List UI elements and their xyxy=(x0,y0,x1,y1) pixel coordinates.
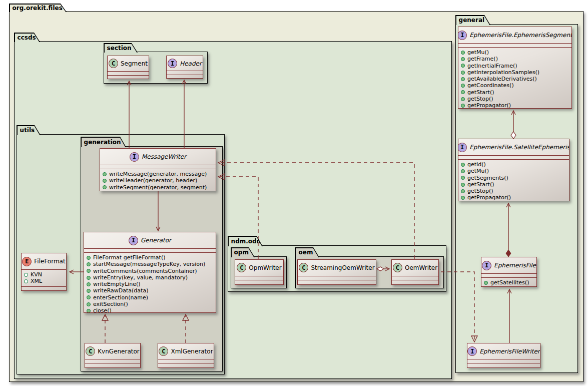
method-visibility-icon xyxy=(461,176,465,180)
method-item: enterSection(name) xyxy=(87,294,213,301)
fields-compartment xyxy=(298,276,376,280)
method-visibility-icon xyxy=(461,57,465,61)
interface-messagewriter: IMessageWriter writeMessage(generator, m… xyxy=(100,148,216,191)
methods-compartment xyxy=(235,280,283,285)
class-icon: C xyxy=(237,263,246,272)
interface-ephemerissegment: IEphemerisFile.EphemerisSegment getMu()g… xyxy=(458,27,572,109)
interface-icon: I xyxy=(482,261,491,270)
method-visibility-icon xyxy=(461,71,465,75)
enum-icon: E xyxy=(22,257,32,266)
interface-ephemerisfile: IEphemerisFile getSatellites() xyxy=(481,257,537,287)
method-visibility-icon xyxy=(461,169,465,173)
package-section-tab: section xyxy=(104,43,138,53)
interface-icon: I xyxy=(458,31,467,40)
method-item: FileFormat getFileFormat() xyxy=(87,254,213,261)
class-oemwriter: COemWriter xyxy=(391,259,439,285)
class-icon: C xyxy=(159,346,168,356)
method-item: getStart() xyxy=(461,181,566,188)
method-visibility-icon xyxy=(461,77,465,81)
method-visibility-icon xyxy=(87,289,91,293)
enum-constant-item: XML xyxy=(24,278,64,284)
fields-compartment xyxy=(458,155,569,159)
method-item: startMessage(messageTypeKey, version) xyxy=(87,261,213,267)
interface-name: EphemerisFile.SatelliteEphemeris xyxy=(469,144,569,151)
methods-compartment: getMu()getFrame()getInertialFrame()getIn… xyxy=(458,47,571,109)
method-visibility-icon xyxy=(103,185,107,189)
methods-compartment xyxy=(392,280,438,285)
method-item: writeSegment(generator, segment) xyxy=(103,184,213,191)
class-icon: C xyxy=(109,59,118,68)
method-visibility-icon xyxy=(87,262,91,266)
fields-compartment xyxy=(458,43,571,47)
package-label: oem xyxy=(299,249,313,256)
method-visibility-icon xyxy=(87,302,91,306)
interface-name: MessageWriter xyxy=(142,153,186,160)
interface-icon: I xyxy=(168,59,177,68)
methods-compartment xyxy=(158,363,214,367)
class-name: Segment xyxy=(121,60,148,67)
interface-icon: I xyxy=(130,152,139,162)
method-item: getSatellites() xyxy=(484,279,534,286)
package-org-orekit-files-tab: org.orekit.files xyxy=(9,4,67,12)
fields-compartment xyxy=(158,359,214,363)
interface-icon: I xyxy=(129,236,138,245)
methods-compartment xyxy=(108,75,149,79)
interface-name: Generator xyxy=(141,237,171,244)
class-name: KvnGenerator xyxy=(98,348,140,355)
methods-compartment xyxy=(298,280,376,285)
methods-compartment: FileFormat getFileFormat()startMessage(m… xyxy=(84,252,216,313)
method-item: getPropagator() xyxy=(461,102,569,109)
fields-compartment xyxy=(467,359,540,363)
interface-satelliteephemeris: IEphemerisFile.SatelliteEphemeris getId(… xyxy=(458,139,569,201)
method-item: close() xyxy=(87,307,213,313)
method-item: exitSection() xyxy=(87,301,213,307)
method-item: getMu() xyxy=(461,168,566,174)
method-item: getPropagator() xyxy=(461,194,566,201)
class-icon: C xyxy=(299,263,308,272)
method-item: writeEmptyLine() xyxy=(87,281,213,287)
method-visibility-icon xyxy=(87,295,91,299)
enum-name: FileFormat xyxy=(34,258,65,265)
package-label: general xyxy=(459,17,485,24)
method-item: getId() xyxy=(461,161,566,168)
fields-compartment xyxy=(100,165,216,169)
method-item: getCoordinates() xyxy=(461,82,569,89)
method-visibility-icon xyxy=(461,183,465,187)
field-visibility-icon xyxy=(24,273,28,277)
package-label: utils xyxy=(20,127,35,134)
interface-header: IHeader xyxy=(166,56,203,79)
enum-fileformat: EFileFormat KVNXML xyxy=(21,253,67,291)
package-label: org.orekit.files xyxy=(13,5,63,12)
method-visibility-icon xyxy=(103,172,107,176)
class-opmwriter: COpmWriter xyxy=(235,259,284,285)
package-label: ccsds xyxy=(18,34,36,41)
interface-generator: IGenerator FileFormat getFileFormat()sta… xyxy=(84,232,216,313)
fields-compartment: KVNXML xyxy=(22,269,66,286)
interface-icon: I xyxy=(467,346,477,356)
fields-compartment xyxy=(108,71,149,75)
method-visibility-icon xyxy=(461,90,465,94)
enum-constant-item: KVN xyxy=(24,271,64,278)
methods-compartment: getSatellites() xyxy=(481,277,536,287)
method-visibility-icon xyxy=(461,163,465,167)
method-visibility-icon xyxy=(484,281,488,285)
interface-name: EphemerisFileWriter xyxy=(479,348,539,355)
method-item: writeHeader(generator, header) xyxy=(103,177,213,184)
fields-compartment xyxy=(84,248,216,252)
method-visibility-icon xyxy=(461,104,465,108)
method-item: getSegments() xyxy=(461,175,566,181)
method-item: getStop() xyxy=(461,96,569,102)
method-visibility-icon xyxy=(461,189,465,193)
class-name: StreamingOemWriter xyxy=(311,264,374,271)
package-label: opm xyxy=(234,249,249,256)
methods-compartment xyxy=(167,75,203,78)
method-visibility-icon xyxy=(461,196,465,200)
method-visibility-icon xyxy=(461,64,465,68)
method-visibility-icon xyxy=(87,276,91,280)
class-icon: C xyxy=(393,263,402,272)
method-item: getInertialFrame() xyxy=(461,63,569,69)
fields-compartment xyxy=(85,359,140,363)
interface-name: EphemerisFile xyxy=(494,262,536,269)
method-visibility-icon xyxy=(461,97,465,101)
class-segment: CSegment xyxy=(107,56,149,79)
